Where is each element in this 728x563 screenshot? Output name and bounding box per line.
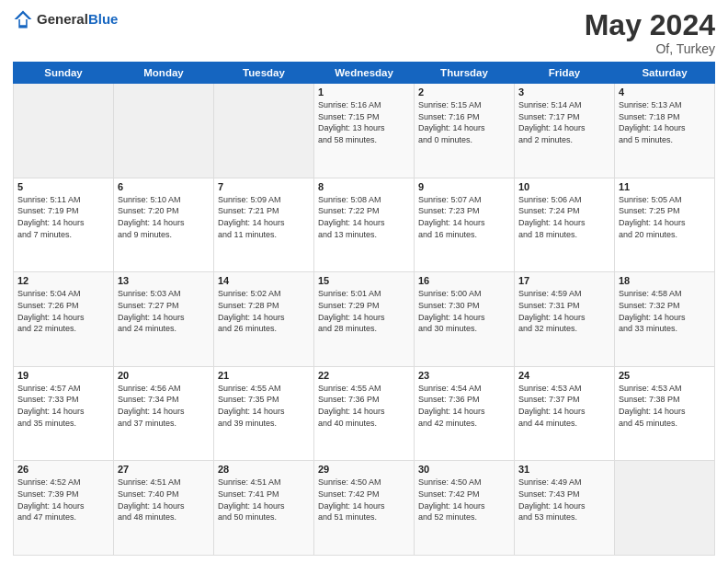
calendar-cell	[615, 461, 715, 556]
cell-info: Sunrise: 4:51 AMSunset: 7:40 PMDaylight:…	[118, 477, 210, 523]
day-header-wednesday: Wednesday	[314, 63, 415, 84]
calendar-cell: 18Sunrise: 4:58 AMSunset: 7:32 PMDayligh…	[615, 272, 715, 367]
calendar-cell: 30Sunrise: 4:50 AMSunset: 7:42 PMDayligh…	[415, 461, 515, 556]
calendar-cell: 27Sunrise: 4:51 AMSunset: 7:40 PMDayligh…	[114, 461, 214, 556]
logo-icon	[13, 9, 33, 29]
cell-info: Sunrise: 4:51 AMSunset: 7:41 PMDaylight:…	[218, 477, 310, 523]
calendar-cell: 24Sunrise: 4:53 AMSunset: 7:37 PMDayligh…	[515, 366, 615, 461]
cell-info: Sunrise: 5:04 AMSunset: 7:26 PMDaylight:…	[17, 288, 109, 334]
cell-info: Sunrise: 4:55 AMSunset: 7:35 PMDaylight:…	[218, 383, 310, 429]
calendar-cell: 16Sunrise: 5:00 AMSunset: 7:30 PMDayligh…	[415, 272, 515, 367]
day-number: 23	[418, 370, 510, 381]
calendar-cell: 20Sunrise: 4:56 AMSunset: 7:34 PMDayligh…	[114, 366, 214, 461]
calendar-cell: 1Sunrise: 5:16 AMSunset: 7:15 PMDaylight…	[314, 84, 415, 178]
day-header-sunday: Sunday	[14, 63, 114, 84]
cell-info: Sunrise: 4:58 AMSunset: 7:32 PMDaylight:…	[619, 288, 711, 334]
calendar-cell: 11Sunrise: 5:05 AMSunset: 7:25 PMDayligh…	[615, 178, 715, 272]
title-block: May 2024 Of, Turkey	[585, 9, 715, 56]
logo-general: General	[37, 11, 88, 27]
cell-info: Sunrise: 5:07 AMSunset: 7:23 PMDaylight:…	[418, 194, 510, 240]
day-header-tuesday: Tuesday	[214, 63, 314, 84]
cell-info: Sunrise: 4:52 AMSunset: 7:39 PMDaylight:…	[17, 477, 109, 523]
day-number: 8	[318, 181, 410, 192]
day-number: 6	[118, 181, 210, 192]
calendar-cell: 12Sunrise: 5:04 AMSunset: 7:26 PMDayligh…	[14, 272, 114, 367]
day-number: 26	[17, 464, 109, 475]
calendar-week-1: 1Sunrise: 5:16 AMSunset: 7:15 PMDaylight…	[14, 84, 715, 178]
day-number: 18	[619, 275, 711, 286]
calendar-cell	[214, 84, 314, 178]
day-header-saturday: Saturday	[615, 63, 715, 84]
day-number: 7	[218, 181, 310, 192]
calendar-cell: 13Sunrise: 5:03 AMSunset: 7:27 PMDayligh…	[114, 272, 214, 367]
day-number: 29	[318, 464, 410, 475]
cell-info: Sunrise: 4:59 AMSunset: 7:31 PMDaylight:…	[518, 288, 610, 334]
cell-info: Sunrise: 5:01 AMSunset: 7:29 PMDaylight:…	[318, 288, 410, 334]
day-number: 20	[118, 370, 210, 381]
cell-info: Sunrise: 4:55 AMSunset: 7:36 PMDaylight:…	[318, 383, 410, 429]
day-header-monday: Monday	[114, 63, 214, 84]
cell-info: Sunrise: 5:02 AMSunset: 7:28 PMDaylight:…	[218, 288, 310, 334]
cell-info: Sunrise: 4:57 AMSunset: 7:33 PMDaylight:…	[17, 383, 109, 429]
calendar-cell: 17Sunrise: 4:59 AMSunset: 7:31 PMDayligh…	[515, 272, 615, 367]
cell-info: Sunrise: 4:53 AMSunset: 7:38 PMDaylight:…	[619, 383, 711, 429]
calendar-cell: 28Sunrise: 4:51 AMSunset: 7:41 PMDayligh…	[214, 461, 314, 556]
calendar-week-4: 19Sunrise: 4:57 AMSunset: 7:33 PMDayligh…	[14, 366, 715, 461]
calendar-cell: 19Sunrise: 4:57 AMSunset: 7:33 PMDayligh…	[14, 366, 114, 461]
calendar-cell: 25Sunrise: 4:53 AMSunset: 7:38 PMDayligh…	[615, 366, 715, 461]
calendar-cell: 2Sunrise: 5:15 AMSunset: 7:16 PMDaylight…	[415, 84, 515, 178]
day-number: 10	[518, 181, 610, 192]
location: Of, Turkey	[585, 41, 715, 56]
cell-info: Sunrise: 4:50 AMSunset: 7:42 PMDaylight:…	[418, 477, 510, 523]
day-number: 22	[318, 370, 410, 381]
cell-info: Sunrise: 4:49 AMSunset: 7:43 PMDaylight:…	[518, 477, 610, 523]
day-number: 9	[418, 181, 510, 192]
month-title: May 2024	[585, 9, 715, 41]
calendar-cell: 4Sunrise: 5:13 AMSunset: 7:18 PMDaylight…	[615, 84, 715, 178]
cell-info: Sunrise: 5:03 AMSunset: 7:27 PMDaylight:…	[118, 288, 210, 334]
day-number: 3	[518, 86, 610, 98]
logo: GeneralBlue	[13, 9, 118, 29]
calendar-cell	[14, 84, 114, 178]
day-number: 2	[418, 86, 510, 98]
day-number: 19	[17, 370, 109, 381]
calendar-cell: 10Sunrise: 5:06 AMSunset: 7:24 PMDayligh…	[515, 178, 615, 272]
calendar-header-row: SundayMondayTuesdayWednesdayThursdayFrid…	[14, 63, 715, 84]
cell-info: Sunrise: 5:11 AMSunset: 7:19 PMDaylight:…	[17, 194, 109, 240]
day-number: 27	[118, 464, 210, 475]
day-number: 15	[318, 275, 410, 286]
header: GeneralBlue May 2024 Of, Turkey	[13, 9, 715, 56]
cell-info: Sunrise: 5:05 AMSunset: 7:25 PMDaylight:…	[619, 194, 711, 240]
calendar-cell: 15Sunrise: 5:01 AMSunset: 7:29 PMDayligh…	[314, 272, 415, 367]
day-number: 4	[619, 86, 711, 98]
cell-info: Sunrise: 4:53 AMSunset: 7:37 PMDaylight:…	[518, 383, 610, 429]
logo-text: GeneralBlue	[37, 11, 118, 28]
day-header-thursday: Thursday	[415, 63, 515, 84]
day-number: 11	[619, 181, 711, 192]
cell-info: Sunrise: 5:16 AMSunset: 7:15 PMDaylight:…	[318, 99, 410, 145]
calendar-cell: 8Sunrise: 5:08 AMSunset: 7:22 PMDaylight…	[314, 178, 415, 272]
day-number: 24	[518, 370, 610, 381]
calendar-cell	[114, 84, 214, 178]
day-number: 31	[518, 464, 610, 475]
calendar: SundayMondayTuesdayWednesdayThursdayFrid…	[13, 62, 715, 556]
cell-info: Sunrise: 5:14 AMSunset: 7:17 PMDaylight:…	[518, 99, 610, 145]
calendar-cell: 21Sunrise: 4:55 AMSunset: 7:35 PMDayligh…	[214, 366, 314, 461]
cell-info: Sunrise: 5:09 AMSunset: 7:21 PMDaylight:…	[218, 194, 310, 240]
calendar-cell: 29Sunrise: 4:50 AMSunset: 7:42 PMDayligh…	[314, 461, 415, 556]
day-number: 16	[418, 275, 510, 286]
calendar-cell: 23Sunrise: 4:54 AMSunset: 7:36 PMDayligh…	[415, 366, 515, 461]
day-number: 28	[218, 464, 310, 475]
day-number: 17	[518, 275, 610, 286]
calendar-cell: 6Sunrise: 5:10 AMSunset: 7:20 PMDaylight…	[114, 178, 214, 272]
day-number: 5	[17, 181, 109, 192]
page: GeneralBlue May 2024 Of, Turkey SundayMo…	[0, 0, 728, 563]
day-header-friday: Friday	[515, 63, 615, 84]
day-number: 13	[118, 275, 210, 286]
cell-info: Sunrise: 4:54 AMSunset: 7:36 PMDaylight:…	[418, 383, 510, 429]
calendar-week-3: 12Sunrise: 5:04 AMSunset: 7:26 PMDayligh…	[14, 272, 715, 367]
day-number: 25	[619, 370, 711, 381]
calendar-cell: 9Sunrise: 5:07 AMSunset: 7:23 PMDaylight…	[415, 178, 515, 272]
calendar-cell: 14Sunrise: 5:02 AMSunset: 7:28 PMDayligh…	[214, 272, 314, 367]
calendar-cell: 31Sunrise: 4:49 AMSunset: 7:43 PMDayligh…	[515, 461, 615, 556]
